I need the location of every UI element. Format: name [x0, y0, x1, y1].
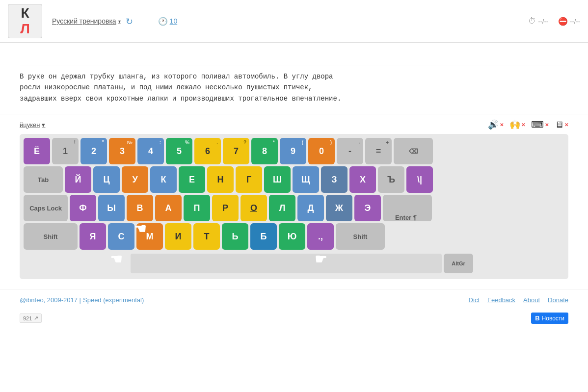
key-equals[interactable]: += [365, 138, 392, 164]
typing-input[interactable] [20, 52, 568, 66]
display-close-icon: ✕ [564, 122, 568, 128]
reload-button[interactable]: ↻ [125, 16, 134, 26]
key-minus[interactable]: -- [337, 138, 363, 164]
text-area-container: В руке он держал трубку шланга, из котор… [0, 43, 588, 114]
sample-text: В руке он держал трубку шланга, из котор… [20, 71, 568, 104]
key-k[interactable]: К [150, 166, 177, 193]
key-4-secondary: : [160, 140, 161, 145]
key-s[interactable]: С ☚ [108, 223, 134, 250]
key-0-secondary: ) [330, 140, 332, 145]
key-3[interactable]: №3 [109, 138, 135, 164]
key-enter[interactable]: Enter ¶ [383, 195, 432, 221]
timer-count[interactable]: 10 [170, 17, 178, 25]
sound-toggle[interactable]: 🔊✕ [488, 119, 504, 130]
display-toggle[interactable]: 🖥✕ [555, 120, 568, 130]
page-num: 921 [23, 315, 32, 321]
layout-arrow-icon: ▾ [42, 121, 45, 129]
key-ts[interactable]: Ц [93, 166, 120, 193]
stats-right: ⏱ --/-- ⛔ --/-- [528, 17, 580, 26]
key-shch[interactable]: Щ [293, 166, 319, 193]
key-u[interactable]: У [122, 166, 148, 193]
key-equals-secondary: + [386, 140, 389, 145]
donate-link[interactable]: Donate [548, 296, 568, 304]
key-sh[interactable]: Ш [264, 166, 291, 193]
key-yo[interactable]: Ё [24, 138, 50, 164]
key-p[interactable]: П [184, 195, 210, 221]
error-value: --/-- [570, 18, 580, 25]
key-m[interactable]: М [136, 223, 163, 250]
key-8[interactable]: *8 [251, 138, 278, 164]
key-1[interactable]: !1 [52, 138, 79, 164]
speed-link[interactable]: Speed (experimental) [83, 296, 144, 304]
key-dot-comma[interactable]: ., ☛ [307, 223, 334, 250]
key-e2[interactable]: Э [354, 195, 381, 221]
vk-icon: В [535, 314, 539, 322]
footer-right: Dict Feedback About Donate [469, 296, 568, 304]
dict-link[interactable]: Dict [469, 296, 480, 304]
error-icon: ⛔ [558, 17, 568, 26]
key-y[interactable]: Ы [98, 195, 125, 221]
key-backslash[interactable]: \| [406, 166, 433, 193]
key-n[interactable]: Н [207, 166, 234, 193]
key-capslock[interactable]: Caps Lock [24, 195, 68, 221]
footer-left: @ibnteo, 2009-2017 | Speed (experimental… [20, 296, 144, 304]
keyboard-row-2: Caps Lock Ф Ы В ☚ А П Р О Л Д Ж Э Enter … [24, 195, 564, 221]
footer-bottom: 921 ↗ В Новости [0, 311, 588, 328]
key-shift-left[interactable]: Shift [24, 223, 78, 250]
key-r[interactable]: Р [212, 195, 239, 221]
lang-label: Русский тренировка [52, 17, 116, 25]
key-1-secondary: ! [74, 140, 76, 145]
key-0[interactable]: )0 [308, 138, 335, 164]
feedback-link[interactable]: Feedback [487, 296, 515, 304]
clock-icon: 🕐 [158, 17, 168, 26]
speed-value: --/-- [538, 18, 548, 25]
page-info: 921 ↗ [20, 314, 42, 323]
key-9[interactable]: (9 [280, 138, 306, 164]
key-5[interactable]: %5 [166, 138, 192, 164]
key-ya[interactable]: Я [80, 223, 106, 250]
key-d[interactable]: Д [297, 195, 324, 221]
key-space[interactable] [131, 254, 442, 273]
key-9-secondary: ( [302, 140, 303, 145]
header: К Л Русский тренировка ▾ ↻ 🕐 10 ⏱ --/-- … [0, 0, 588, 43]
key-2-secondary: " [102, 140, 104, 145]
hands-toggle[interactable]: 🙌✕ [509, 119, 525, 130]
keyboard-section: йцукен ▾ 🔊✕ 🙌✕ ⌨✕ 🖥✕ Ё !1 "2 №3 :4 %5 .6… [0, 114, 588, 284]
key-hard[interactable]: Ъ [378, 166, 404, 193]
keyboard-toggle[interactable]: ⌨✕ [531, 119, 549, 130]
keyboard-icons: 🔊✕ 🙌✕ ⌨✕ 🖥✕ [488, 119, 568, 130]
key-f[interactable]: Ф [70, 195, 96, 221]
key-soft[interactable]: Ь [222, 223, 248, 250]
key-backspace[interactable]: ⌫ [394, 138, 433, 164]
key-e[interactable]: Е [179, 166, 205, 193]
keyboard-close-icon: ✕ [545, 122, 549, 128]
key-b[interactable]: Б [250, 223, 277, 250]
key-yu[interactable]: Ю [279, 223, 305, 250]
key-tab[interactable]: Tab [24, 166, 63, 193]
key-altgr[interactable]: AltGr [444, 254, 473, 273]
lang-selector[interactable]: Русский тренировка ▾ [52, 17, 121, 25]
key-7[interactable]: ?7 [223, 138, 249, 164]
key-g[interactable]: Г [236, 166, 262, 193]
key-o[interactable]: О [241, 195, 267, 221]
key-v[interactable]: В ☚ [127, 195, 153, 221]
keyboard-row-3: Shift Я С ☚ М И Т Ь Б Ю ., ☛ Shift [24, 223, 564, 250]
key-zh[interactable]: Ж [326, 195, 352, 221]
news-button[interactable]: В Новости [531, 313, 568, 324]
about-link[interactable]: About [523, 296, 540, 304]
key-shift-right[interactable]: Shift [336, 223, 385, 250]
key-z[interactable]: З [321, 166, 347, 193]
key-4[interactable]: :4 [137, 138, 164, 164]
key-l[interactable]: Л [269, 195, 295, 221]
copyright-link[interactable]: @ibnteo, 2009-2017 | [20, 296, 81, 304]
key-i[interactable]: И [165, 223, 191, 250]
key-h[interactable]: Х [349, 166, 376, 193]
key-a[interactable]: А [155, 195, 182, 221]
logo-l: Л [20, 21, 30, 37]
key-6[interactable]: .6 [194, 138, 221, 164]
logo: К Л [8, 4, 42, 38]
layout-selector[interactable]: йцукен ▾ [20, 121, 45, 129]
key-t[interactable]: Т [193, 223, 220, 250]
key-j[interactable]: Й [65, 166, 91, 193]
key-2[interactable]: "2 [80, 138, 107, 164]
